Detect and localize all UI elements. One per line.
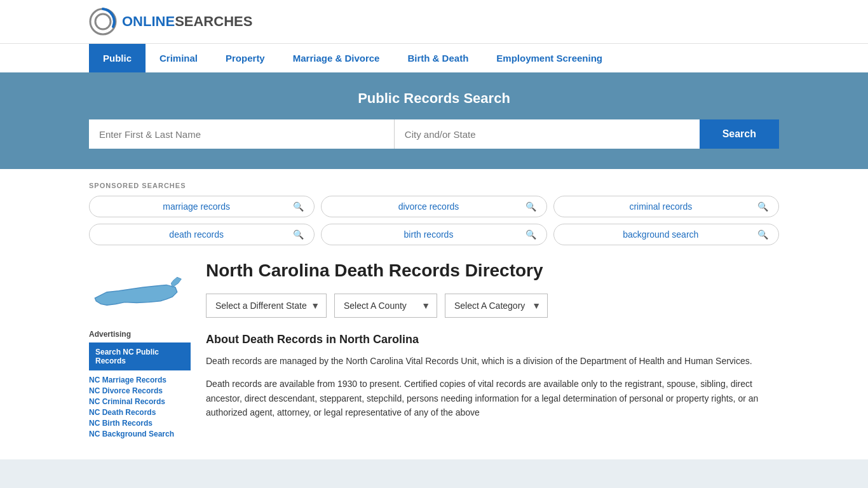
nav-item-employment[interactable]: Employment Screening bbox=[482, 44, 616, 72]
sidebar-link-criminal[interactable]: NC Criminal Records bbox=[89, 397, 191, 406]
main-content: SPONSORED SEARCHES marriage records 🔍 di… bbox=[0, 169, 868, 459]
sidebar-link-birth[interactable]: NC Birth Records bbox=[89, 419, 191, 428]
nc-state-map bbox=[89, 261, 184, 318]
pill-text: divorce records bbox=[332, 201, 525, 212]
pill-text: marriage records bbox=[100, 201, 293, 212]
pill-text: background search bbox=[564, 229, 757, 240]
pill-birth-records[interactable]: birth records 🔍 bbox=[321, 224, 546, 245]
sidebar-link-death[interactable]: NC Death Records bbox=[89, 408, 191, 417]
sponsored-label: SPONSORED SEARCHES bbox=[89, 182, 779, 189]
directory-title: North Carolina Death Records Directory bbox=[206, 261, 779, 281]
sponsored-pills: marriage records 🔍 divorce records 🔍 cri… bbox=[89, 196, 779, 245]
county-dropdown-wrapper: Select A County ▼ bbox=[334, 294, 437, 318]
sidebar-ad-button[interactable]: Search NC Public Records bbox=[89, 342, 191, 370]
sidebar-links: NC Marriage Records NC Divorce Records N… bbox=[89, 376, 191, 438]
sidebar-link-marriage[interactable]: NC Marriage Records bbox=[89, 376, 191, 384]
main-nav: Public Criminal Property Marriage & Divo… bbox=[0, 43, 868, 72]
state-dropdown-wrapper: Select a Different State ▼ bbox=[206, 294, 327, 318]
sidebar: Advertising Search NC Public Records NC … bbox=[89, 261, 191, 440]
nav-item-birth-death[interactable]: Birth & Death bbox=[393, 44, 482, 72]
pill-marriage-records[interactable]: marriage records 🔍 bbox=[89, 196, 315, 217]
directory-content: North Carolina Death Records Directory S… bbox=[206, 261, 779, 440]
search-icon: 🔍 bbox=[757, 201, 768, 212]
county-dropdown[interactable]: Select A County bbox=[335, 294, 437, 317]
pill-criminal-records[interactable]: criminal records 🔍 bbox=[553, 196, 779, 217]
sidebar-link-divorce[interactable]: NC Divorce Records bbox=[89, 386, 191, 395]
about-title: About Death Records in North Carolina bbox=[206, 333, 779, 346]
filter-dropdowns: Select a Different State ▼ Select A Coun… bbox=[206, 294, 779, 318]
search-icon: 🔍 bbox=[293, 229, 304, 240]
nav-item-property[interactable]: Property bbox=[212, 44, 279, 72]
search-icon: 🔍 bbox=[293, 201, 304, 212]
nav-item-criminal[interactable]: Criminal bbox=[146, 44, 212, 72]
nav-item-marriage-divorce[interactable]: Marriage & Divorce bbox=[279, 44, 394, 72]
pill-text: death records bbox=[100, 229, 293, 240]
header: ONLINESEARCHES bbox=[0, 0, 868, 43]
search-icon: 🔍 bbox=[526, 229, 536, 240]
location-input[interactable] bbox=[395, 119, 700, 149]
logo-text: ONLINESEARCHES bbox=[122, 13, 252, 30]
pill-death-records[interactable]: death records 🔍 bbox=[89, 224, 315, 245]
pill-text: criminal records bbox=[564, 201, 757, 212]
sidebar-link-background[interactable]: NC Background Search bbox=[89, 430, 191, 438]
category-dropdown[interactable]: Select A Category bbox=[445, 294, 547, 317]
search-icon: 🔍 bbox=[526, 201, 536, 212]
state-dropdown[interactable]: Select a Different State bbox=[207, 294, 326, 317]
search-button[interactable]: Search bbox=[700, 119, 779, 149]
about-paragraph-1: Death records are managed by the North C… bbox=[206, 354, 779, 368]
nav-item-public[interactable]: Public bbox=[89, 44, 146, 72]
category-dropdown-wrapper: Select A Category ▼ bbox=[445, 294, 548, 318]
name-input[interactable] bbox=[89, 119, 395, 149]
advertising-label: Advertising bbox=[89, 330, 191, 339]
pill-text: birth records bbox=[332, 229, 525, 240]
hero-title: Public Records Search bbox=[89, 90, 779, 107]
pill-divorce-records[interactable]: divorce records 🔍 bbox=[321, 196, 546, 217]
hero-section: Public Records Search Search bbox=[0, 72, 868, 169]
pill-background-search[interactable]: background search 🔍 bbox=[553, 224, 779, 245]
nc-map-container bbox=[89, 261, 191, 320]
search-icon: 🔍 bbox=[757, 229, 768, 240]
search-bar: Search bbox=[89, 119, 779, 149]
about-paragraph-2: Death records are available from 1930 to… bbox=[206, 377, 779, 419]
svg-point-1 bbox=[95, 14, 111, 29]
logo: ONLINESEARCHES bbox=[89, 8, 252, 36]
content-section: Advertising Search NC Public Records NC … bbox=[89, 261, 779, 440]
logo-icon bbox=[89, 8, 117, 36]
